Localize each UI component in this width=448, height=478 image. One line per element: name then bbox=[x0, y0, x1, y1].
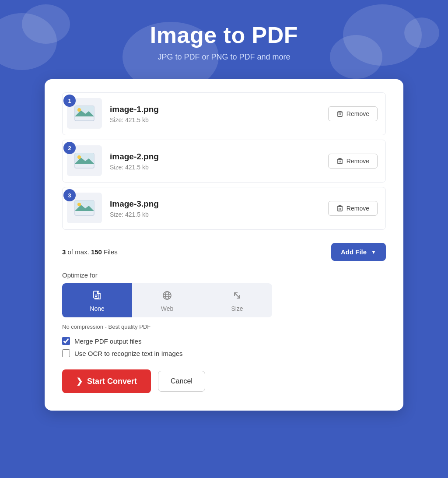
ocr-checkbox[interactable] bbox=[62, 349, 70, 357]
optimize-option-web[interactable]: Web bbox=[132, 283, 202, 317]
file-name-3: image-3.png bbox=[110, 199, 328, 209]
optimize-options: None Web Size bbox=[62, 283, 272, 317]
file-size-2: Size: 421.5 kb bbox=[110, 164, 328, 171]
main-card: 1 image-1.png Size: 421.5 kb bbox=[45, 79, 403, 411]
merge-label[interactable]: Merge PDF output files bbox=[74, 337, 141, 345]
optimize-web-label: Web bbox=[161, 305, 174, 312]
chevron-down-icon: ▼ bbox=[371, 249, 376, 255]
file-list: 1 image-1.png Size: 421.5 kb bbox=[62, 92, 386, 234]
file-number-badge-3: 3 bbox=[63, 189, 76, 201]
svg-rect-18 bbox=[338, 207, 342, 211]
file-item-1: 1 image-1.png Size: 421.5 kb bbox=[62, 92, 386, 135]
merge-checkbox[interactable] bbox=[62, 337, 70, 345]
trash-icon-3 bbox=[336, 205, 343, 212]
pdf-icon bbox=[92, 290, 102, 302]
ocr-label[interactable]: Use OCR to recognize text in Images bbox=[74, 350, 183, 357]
file-name-2: image-2.png bbox=[110, 152, 328, 162]
checkbox-merge-row: Merge PDF output files bbox=[62, 337, 386, 345]
file-item-3: 3 image-3.png Size: 421.5 kb bbox=[62, 187, 386, 230]
page-title: Image to PDF bbox=[0, 22, 448, 48]
trash-icon-1 bbox=[336, 110, 343, 117]
optimize-size-label: Size bbox=[231, 305, 243, 312]
checkbox-ocr-row: Use OCR to recognize text in Images bbox=[62, 349, 386, 357]
file-size-3: Size: 421.5 kb bbox=[110, 211, 328, 218]
optimize-option-size[interactable]: Size bbox=[202, 283, 272, 317]
cancel-button[interactable]: Cancel bbox=[158, 371, 205, 392]
svg-rect-4 bbox=[338, 112, 342, 116]
svg-rect-21 bbox=[94, 291, 99, 298]
add-file-button[interactable]: Add File ▼ bbox=[331, 243, 386, 261]
svg-point-3 bbox=[77, 108, 81, 112]
file-name-1: image-1.png bbox=[110, 105, 328, 114]
file-count-current: 3 bbox=[62, 248, 66, 256]
svg-point-17 bbox=[77, 203, 81, 206]
arrow-right-icon: ❯ bbox=[76, 376, 83, 386]
optimize-option-none[interactable]: None bbox=[62, 283, 132, 317]
file-count-max: 150 bbox=[91, 248, 102, 256]
file-info-2: image-2.png Size: 421.5 kb bbox=[110, 152, 328, 171]
file-thumb-wrap-2: 2 bbox=[67, 145, 102, 177]
header: Image to PDF JPG to PDF or PNG to PDF an… bbox=[0, 0, 448, 79]
trash-icon-2 bbox=[336, 158, 343, 165]
remove-button-1[interactable]: Remove bbox=[328, 106, 378, 121]
svg-line-28 bbox=[234, 293, 240, 298]
svg-point-24 bbox=[163, 292, 171, 299]
optimize-label: Optimize for bbox=[62, 271, 386, 279]
add-file-label: Add File bbox=[341, 248, 367, 256]
svg-point-10 bbox=[77, 155, 81, 159]
file-thumb-wrap-1: 1 bbox=[67, 98, 102, 130]
file-count-row: 3 of max. 150 Files Add File ▼ bbox=[62, 243, 386, 261]
start-convert-label: Start Convert bbox=[87, 377, 137, 386]
file-number-badge-2: 2 bbox=[63, 142, 76, 154]
globe-icon bbox=[162, 290, 172, 302]
compress-icon bbox=[232, 290, 242, 302]
start-convert-button[interactable]: ❯ Start Convert bbox=[62, 369, 151, 393]
file-item-2: 2 image-2.png Size: 421.5 kb bbox=[62, 140, 386, 183]
file-number-badge-1: 1 bbox=[63, 95, 76, 107]
file-thumb-wrap-3: 3 bbox=[67, 193, 102, 224]
remove-button-2[interactable]: Remove bbox=[328, 154, 378, 169]
action-row: ❯ Start Convert Cancel bbox=[62, 369, 386, 393]
optimize-none-label: None bbox=[90, 305, 104, 312]
svg-rect-11 bbox=[338, 159, 342, 164]
svg-point-25 bbox=[165, 292, 169, 299]
remove-button-3[interactable]: Remove bbox=[328, 201, 378, 216]
file-info-3: image-3.png Size: 421.5 kb bbox=[110, 199, 328, 218]
file-count-text: 3 of max. 150 Files bbox=[62, 248, 118, 256]
page-subtitle: JPG to PDF or PNG to PDF and more bbox=[0, 53, 448, 62]
file-info-1: image-1.png Size: 421.5 kb bbox=[110, 105, 328, 123]
file-size-1: Size: 421.5 kb bbox=[110, 116, 328, 123]
optimize-description: No compression - Best quality PDF bbox=[62, 323, 386, 330]
